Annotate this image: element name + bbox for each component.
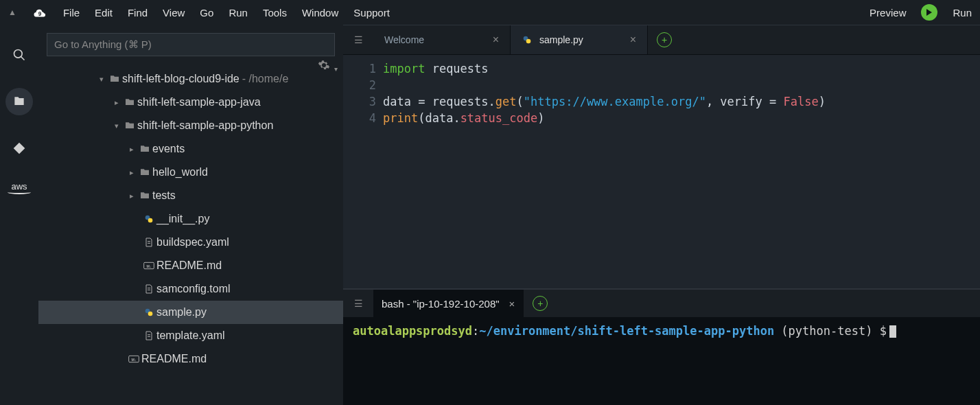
terminal-prompt-symbol: $ (880, 324, 887, 338)
tree-file-init[interactable]: __init__.py (38, 207, 343, 231)
close-icon[interactable]: × (630, 34, 636, 46)
tree-item-label: README.md (156, 259, 222, 272)
tree-item-label: shift-left-sample-app-java (137, 96, 261, 108)
tree-root[interactable]: ▾ shift-left-blog-cloud9-ide - /home/e (38, 67, 343, 91)
tree-folder-java[interactable]: ▸ shift-left-sample-app-java (38, 91, 343, 114)
tab-menu-icon[interactable]: ☰ (343, 25, 373, 54)
chevron-down-icon: ▾ (111, 121, 122, 130)
menu-file[interactable]: File (63, 7, 80, 19)
tree-file-samconfig[interactable]: samconfig.toml (38, 277, 343, 301)
folder-icon (122, 120, 137, 131)
cloud9-logo-icon[interactable]: 9 (32, 4, 48, 21)
terminal-branch: (python-test) (774, 324, 880, 338)
goto-placeholder: Go to Anything (⌘ P) (54, 38, 152, 51)
tree-item-label: tests (152, 189, 176, 202)
run-button[interactable]: Run (953, 7, 972, 19)
tree-folder-tests[interactable]: ▸ tests (38, 184, 343, 207)
tree-root-path: - /home/e (242, 73, 289, 85)
terminal-cursor (889, 325, 896, 338)
aws-icon[interactable]: aws (5, 181, 33, 194)
tab-welcome[interactable]: Welcome × (373, 25, 511, 54)
tree-item-label: events (152, 143, 185, 155)
tab-sample[interactable]: sample.py × (511, 25, 648, 54)
tree-item-label: shift-left-sample-app-python (137, 119, 273, 132)
menu-run[interactable]: Run (229, 7, 248, 19)
tree-file-sample[interactable]: sample.py (38, 301, 343, 324)
close-icon[interactable]: × (509, 298, 515, 310)
menu-tools[interactable]: Tools (263, 7, 287, 19)
tree-item-label: README.md (141, 353, 207, 365)
tree-folder-python[interactable]: ▾ shift-left-sample-app-python (38, 114, 343, 137)
tab-label: sample.py (539, 34, 583, 45)
plus-icon: + (533, 296, 548, 311)
tab-label: Welcome (384, 34, 424, 45)
explorer-icon[interactable] (5, 88, 33, 115)
chevron-right-icon: ▸ (126, 168, 137, 177)
file-tree: ▾ shift-left-blog-cloud9-ide - /home/e ▸… (38, 62, 343, 376)
markdown-file-icon: M↓ (126, 354, 141, 364)
terminal-body[interactable]: autoalappsprodsyd:~/environment/shift-le… (343, 317, 980, 405)
terminal-panel: ☰ bash - "ip-10-192-10-208" × + autoalap… (343, 288, 980, 405)
tree-item-label: buildspec.yaml (156, 236, 229, 248)
terminal-menu-icon[interactable]: ☰ (343, 290, 373, 317)
svg-text:M↓: M↓ (146, 264, 151, 268)
folder-icon (137, 167, 152, 178)
menu-edit[interactable]: Edit (95, 7, 113, 19)
tree-item-label: hello_world (152, 166, 208, 178)
tree-item-label: template.yaml (156, 329, 225, 342)
add-tab-button[interactable]: + (648, 25, 681, 54)
menubar: ▲ 9 File Edit Find View Go Run Tools Win… (0, 0, 980, 25)
tree-folder-hello-world[interactable]: ▸ hello_world (38, 161, 343, 184)
terminal-tab-bash[interactable]: bash - "ip-10-192-10-208" × (373, 290, 524, 317)
chevron-down-icon: ▾ (96, 75, 107, 84)
tab-label: bash - "ip-10-192-10-208" (382, 298, 500, 310)
code-lines[interactable]: import requests data = requests.get("htt… (383, 55, 826, 288)
tree-folder-events[interactable]: ▸ events (38, 137, 343, 161)
editor-tabbar: ☰ Welcome × sample.py × + (343, 25, 980, 55)
folder-icon (137, 143, 152, 154)
folder-icon (137, 190, 152, 201)
folder-icon (107, 73, 122, 84)
menu-window[interactable]: Window (302, 7, 338, 19)
gear-icon[interactable]: ▾ (318, 59, 338, 73)
python-file-icon (141, 213, 156, 224)
file-icon (141, 284, 156, 294)
search-icon[interactable] (5, 41, 33, 69)
folder-icon (122, 97, 137, 108)
file-icon (141, 237, 156, 248)
menu-find[interactable]: Find (128, 7, 148, 19)
preview-button[interactable]: Preview (870, 7, 906, 19)
svg-point-12 (148, 312, 153, 316)
terminal-user: autoalappsprodsyd (353, 324, 472, 338)
svg-line-2 (21, 57, 25, 60)
python-file-icon (522, 34, 533, 45)
tree-root-label: shift-left-blog-cloud9-ide (122, 73, 240, 85)
source-control-icon[interactable] (5, 135, 33, 162)
goto-anything-input[interactable]: Go to Anything (⌘ P) (47, 33, 335, 56)
menu-view[interactable]: View (163, 7, 185, 19)
file-explorer-sidebar: Go to Anything (⌘ P) ▾ ▾ shift-left-blog… (38, 25, 343, 405)
terminal-path: ~/environment/shift-left-sample-app-pyth… (479, 324, 774, 338)
code-editor[interactable]: 1 2 3 4 import requests data = requests.… (343, 55, 980, 288)
tree-file-buildspec[interactable]: buildspec.yaml (38, 231, 343, 254)
chevron-right-icon: ▸ (126, 145, 137, 154)
run-play-icon[interactable] (921, 4, 937, 21)
tree-item-label: samconfig.toml (156, 283, 231, 295)
editor-area: ☰ Welcome × sample.py × + 1 2 3 4 imp (343, 25, 980, 405)
svg-text:M↓: M↓ (131, 358, 136, 362)
tree-file-readme-inner[interactable]: M↓ README.md (38, 254, 343, 277)
svg-point-1 (14, 50, 23, 58)
menu-support[interactable]: Support (353, 7, 390, 19)
add-terminal-tab-button[interactable]: + (524, 290, 557, 317)
terminal-tabbar: ☰ bash - "ip-10-192-10-208" × + (343, 290, 980, 317)
collapse-icon[interactable]: ▲ (8, 8, 16, 17)
menu-go[interactable]: Go (200, 7, 213, 19)
tree-file-template[interactable]: template.yaml (38, 324, 343, 347)
close-icon[interactable]: × (493, 34, 499, 46)
tree-file-readme-root[interactable]: M↓ README.md (38, 347, 343, 371)
svg-point-18 (526, 39, 531, 44)
chevron-right-icon: ▸ (126, 192, 137, 200)
chevron-right-icon: ▸ (111, 98, 122, 107)
tree-item-label: __init__.py (156, 213, 209, 225)
tree-item-label: sample.py (156, 306, 207, 319)
